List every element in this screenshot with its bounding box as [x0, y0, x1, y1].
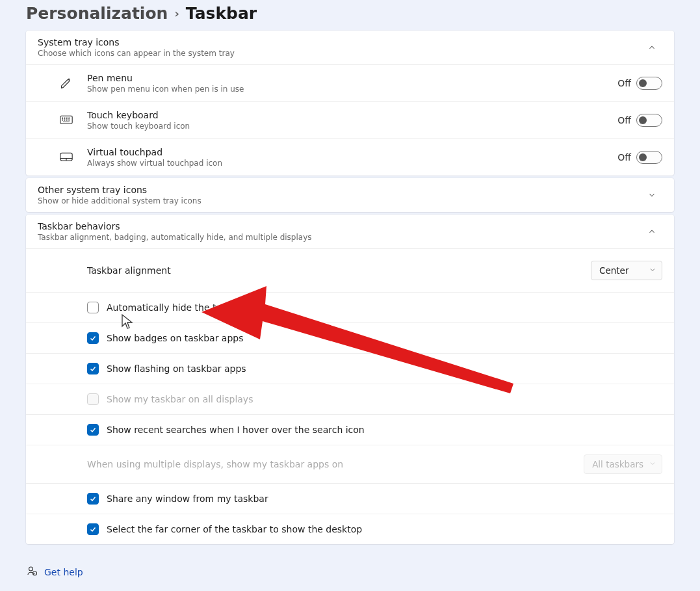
setting-row-multi-display-apps: When using multiple displays, show my ta… — [26, 445, 674, 483]
setting-row-show-on-all-displays: Show my taskbar on all displays — [26, 384, 674, 414]
setting-label: Automatically hide the taskbar — [107, 302, 662, 313]
group-title: Other system tray icons — [38, 185, 642, 195]
group-title: Taskbar behaviors — [38, 221, 642, 231]
link-row-get-help[interactable]: Get help — [26, 565, 674, 579]
breadcrumb-parent[interactable]: Personalization — [26, 4, 168, 23]
setting-row-share-window[interactable]: Share any window from my taskbar — [26, 483, 674, 514]
setting-row-virtual-touchpad: Virtual touchpad Always show virtual tou… — [26, 138, 674, 176]
setting-subtitle: Show touch keyboard icon — [87, 122, 617, 131]
setting-title: Touch keyboard — [87, 110, 617, 120]
setting-title: Virtual touchpad — [87, 147, 617, 157]
svg-point-8 — [66, 120, 67, 120]
chevron-down-icon — [642, 185, 662, 205]
setting-label: Select the far corner of the taskbar to … — [107, 524, 662, 534]
checkbox-share-window[interactable] — [87, 493, 99, 505]
select-value: All taskbars — [592, 459, 643, 469]
breadcrumb-current: Taskbar — [186, 4, 257, 23]
setting-label: Show recent searches when I hover over t… — [107, 425, 662, 435]
toggle-virtual-touchpad[interactable] — [636, 151, 662, 164]
pen-icon — [60, 77, 73, 90]
keyboard-icon — [60, 114, 73, 127]
setting-row-pen-menu: Pen menu Show pen menu icon when pen is … — [26, 64, 674, 101]
chevron-down-icon — [649, 265, 656, 276]
setting-row-show-flashing[interactable]: Show flashing on taskbar apps — [26, 353, 674, 384]
setting-row-show-desktop-corner[interactable]: Select the far corner of the taskbar to … — [26, 514, 674, 544]
checkbox-show-recent-searches[interactable] — [87, 424, 99, 436]
get-help-link[interactable]: Get help — [44, 567, 83, 577]
setting-label: Show badges on taskbar apps — [107, 333, 662, 343]
checkbox-auto-hide[interactable] — [87, 302, 99, 313]
toggle-pen-menu[interactable] — [636, 77, 662, 90]
group-subtitle: Show or hide additional system tray icon… — [38, 196, 642, 205]
svg-point-7 — [64, 120, 65, 120]
setting-label: Share any window from my taskbar — [107, 493, 662, 504]
help-icon — [26, 565, 38, 579]
toggle-touch-keyboard[interactable] — [636, 114, 662, 127]
select-value: Center — [599, 265, 629, 276]
svg-point-9 — [69, 120, 70, 120]
group-subtitle: Choose which icons can appear in the sys… — [38, 49, 642, 58]
setting-label: When using multiple displays, show my ta… — [87, 459, 584, 469]
select-taskbar-alignment[interactable]: Center — [591, 261, 662, 280]
chevron-up-icon — [642, 221, 662, 242]
setting-row-auto-hide-taskbar[interactable]: Automatically hide the taskbar — [26, 292, 674, 322]
setting-row-taskbar-alignment: Taskbar alignment Center — [26, 248, 674, 292]
setting-label: Show flashing on taskbar apps — [107, 363, 662, 374]
svg-point-5 — [69, 118, 70, 118]
checkbox-show-badges[interactable] — [87, 332, 99, 344]
checkbox-show-desktop-corner[interactable] — [87, 523, 99, 535]
checkbox-show-all-displays — [87, 393, 99, 405]
chevron-up-icon — [642, 37, 662, 58]
breadcrumb: Personalization › Taskbar — [26, 4, 674, 23]
setting-row-touch-keyboard: Touch keyboard Show touch keyboard icon … — [26, 101, 674, 138]
group-other-system-tray-icons[interactable]: Other system tray icons Show or hide add… — [26, 178, 674, 212]
svg-point-13 — [29, 567, 33, 571]
touchpad-icon — [60, 151, 73, 164]
toggle-state-label: Off — [617, 115, 631, 125]
chevron-down-icon — [649, 459, 656, 469]
group-taskbar-behaviors: Taskbar behaviors Taskbar alignment, bad… — [26, 215, 674, 544]
select-multi-display-apps: All taskbars — [584, 454, 662, 474]
toggle-state-label: Off — [617, 78, 631, 88]
setting-row-show-badges[interactable]: Show badges on taskbar apps — [26, 322, 674, 353]
svg-point-4 — [66, 118, 67, 118]
setting-row-show-recent-searches[interactable]: Show recent searches when I hover over t… — [26, 414, 674, 445]
setting-label: Taskbar alignment — [87, 265, 591, 276]
svg-point-6 — [62, 120, 63, 120]
group-header-system-tray[interactable]: System tray icons Choose which icons can… — [26, 31, 674, 64]
svg-point-3 — [64, 118, 65, 118]
group-header-taskbar-behaviors[interactable]: Taskbar behaviors Taskbar alignment, bad… — [26, 215, 674, 248]
group-title: System tray icons — [38, 37, 642, 47]
svg-point-2 — [62, 118, 63, 118]
setting-subtitle: Show pen menu icon when pen is in use — [87, 85, 617, 94]
group-system-tray-icons: System tray icons Choose which icons can… — [26, 31, 674, 176]
setting-subtitle: Always show virtual touchpad icon — [87, 159, 617, 168]
group-subtitle: Taskbar alignment, badging, automaticall… — [38, 233, 642, 242]
toggle-state-label: Off — [617, 152, 631, 163]
setting-label: Show my taskbar on all displays — [107, 394, 662, 404]
setting-title: Pen menu — [87, 73, 617, 83]
chevron-right-icon: › — [174, 7, 179, 20]
checkbox-show-flashing[interactable] — [87, 363, 99, 374]
